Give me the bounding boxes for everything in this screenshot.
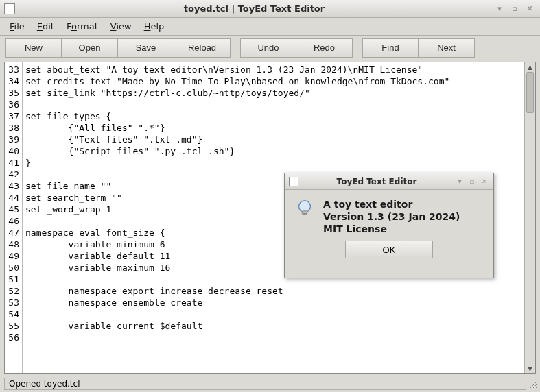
window-controls: ▾ ▫ ✕	[493, 3, 536, 15]
status-text: Opened toyed.tcl	[4, 378, 526, 390]
window-titlebar: toyed.tcl | ToyEd Text Editor ▾ ▫ ✕	[0, 0, 540, 18]
dialog-title: ToyEd Text Editor	[298, 177, 455, 186]
maximize-icon[interactable]: ▫	[508, 3, 521, 15]
line-number-gutter: 33 34 35 36 37 38 39 40 41 42 43 44 45 4…	[5, 62, 23, 373]
svg-point-3	[299, 201, 311, 212]
reload-button[interactable]: Reload	[174, 38, 231, 58]
vertical-scrollbar[interactable]: ▲ ▼	[524, 62, 535, 373]
find-button[interactable]: Find	[362, 38, 419, 58]
menubar: FileEditFormatViewHelp	[0, 18, 540, 36]
toolbar-group: FindNext	[362, 38, 475, 58]
svg-line-2	[536, 387, 537, 388]
menu-file[interactable]: File	[4, 19, 30, 34]
close-icon[interactable]: ✕	[524, 3, 536, 15]
info-bulb-icon	[294, 198, 315, 219]
dialog-minimize-icon[interactable]: ▾	[455, 177, 465, 186]
minimize-icon[interactable]: ▾	[493, 3, 506, 15]
about-dialog: ToyEd Text Editor ▾ ▫ ✕ A toy text edito…	[284, 173, 494, 278]
menu-edit[interactable]: Edit	[32, 19, 60, 34]
dialog-maximize-icon[interactable]: ▫	[467, 177, 477, 186]
dialog-controls: ▾ ▫ ✕	[455, 177, 489, 186]
window-title: toyed.tcl | ToyEd Text Editor	[15, 3, 493, 14]
dialog-button-row: OK	[285, 241, 493, 265]
ok-rest: K	[390, 245, 396, 255]
ok-button[interactable]: OK	[345, 241, 433, 258]
dialog-message: A toy text editor Version 1.3 (23 Jan 20…	[323, 198, 460, 235]
scroll-down-icon[interactable]: ▼	[525, 364, 535, 373]
next-button[interactable]: Next	[419, 38, 475, 58]
menu-format[interactable]: Format	[61, 19, 104, 34]
toolbar-group: UndoRedo	[240, 38, 353, 58]
app-icon	[4, 3, 15, 14]
scroll-up-icon[interactable]: ▲	[525, 62, 535, 72]
statusbar: Opened toyed.tcl	[0, 376, 540, 391]
menu-help[interactable]: Help	[139, 19, 170, 34]
dialog-titlebar[interactable]: ToyEd Text Editor ▾ ▫ ✕	[285, 173, 493, 190]
dialog-app-icon	[289, 177, 298, 186]
scrollbar-thumb[interactable]	[526, 72, 534, 113]
undo-button[interactable]: Undo	[240, 38, 296, 58]
new-button[interactable]: New	[5, 38, 62, 58]
toolbar-group: NewOpenSaveReload	[5, 38, 231, 58]
menu-view[interactable]: View	[105, 19, 137, 34]
dialog-body: A toy text editor Version 1.3 (23 Jan 20…	[285, 190, 493, 241]
ok-mnemonic: O	[383, 245, 390, 255]
save-button[interactable]: Save	[118, 38, 174, 58]
toolbar: NewOpenSaveReloadUndoRedoFindNext	[0, 36, 540, 60]
open-button[interactable]: Open	[62, 38, 118, 58]
dialog-close-icon[interactable]: ✕	[480, 177, 489, 186]
redo-button[interactable]: Redo	[296, 38, 353, 58]
resize-grip-icon[interactable]	[528, 378, 539, 389]
